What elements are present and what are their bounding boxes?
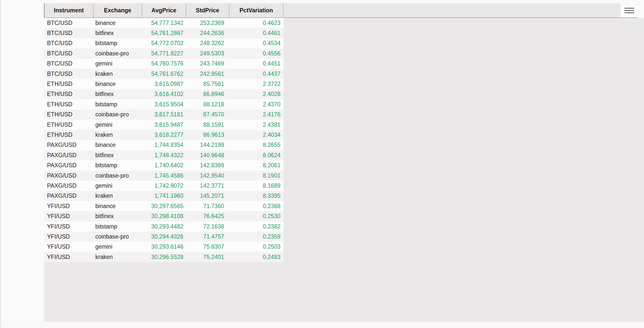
cell-pctvariation[interactable]: 2.3722 (229, 81, 284, 87)
cell-stdprice[interactable]: 142.3771 (186, 182, 229, 189)
cell-pctvariation[interactable]: 0.4461 (229, 30, 284, 37)
cell-avgprice[interactable]: 30,293.4482 (142, 223, 186, 230)
cell-avgprice[interactable]: 1,740.6402 (142, 162, 186, 169)
cell-instrument[interactable]: BTC/USD (44, 60, 94, 67)
cell-exchange[interactable]: bitstamp (94, 162, 142, 169)
cell-stdprice[interactable]: 244.2636 (186, 30, 229, 37)
cell-exchange[interactable]: bitfinex (94, 213, 142, 220)
cell-stdprice[interactable]: 72.1638 (186, 223, 229, 230)
cell-instrument[interactable]: PAXG/USD (44, 152, 94, 159)
cell-instrument[interactable]: ETH/USD (44, 91, 94, 97)
cell-pctvariation[interactable]: 8.2061 (229, 162, 284, 169)
cell-avgprice[interactable]: 30,293.6146 (142, 243, 186, 250)
cell-stdprice[interactable]: 253.2369 (186, 20, 229, 26)
cell-instrument[interactable]: ETH/USD (44, 121, 94, 128)
cell-pctvariation[interactable]: 2.4028 (229, 91, 284, 97)
cell-stdprice[interactable]: 86.8946 (186, 91, 229, 97)
cell-instrument[interactable]: YFI/USD (44, 213, 94, 220)
cell-instrument[interactable]: PAXG/USD (44, 162, 94, 169)
cell-pctvariation[interactable]: 0.2382 (229, 223, 284, 230)
cell-pctvariation[interactable]: 8.3395 (229, 192, 284, 199)
cell-instrument[interactable]: BTC/USD (44, 50, 94, 57)
cell-avgprice[interactable]: 1,744.8354 (142, 142, 186, 148)
cell-pctvariation[interactable]: 0.2483 (229, 254, 284, 260)
cell-stdprice[interactable]: 86.9613 (186, 132, 229, 138)
cell-instrument[interactable]: YFI/USD (44, 243, 94, 250)
cell-avgprice[interactable]: 54,772.0702 (142, 40, 186, 47)
cell-pctvariation[interactable]: 0.4534 (229, 40, 284, 47)
cell-pctvariation[interactable]: 2.4034 (229, 132, 284, 138)
cell-exchange[interactable]: bitstamp (94, 223, 142, 230)
cell-exchange[interactable]: coinbase-pro (94, 50, 142, 57)
cell-pctvariation[interactable]: 0.4437 (229, 71, 284, 77)
cell-pctvariation[interactable]: 8.2655 (229, 142, 284, 148)
cell-instrument[interactable]: ETH/USD (44, 81, 94, 87)
cell-exchange[interactable]: binance (94, 20, 142, 26)
cell-exchange[interactable]: binance (94, 81, 142, 87)
cell-stdprice[interactable]: 248.3262 (186, 40, 229, 47)
cell-pctvariation[interactable]: 8.1689 (229, 182, 284, 189)
cell-avgprice[interactable]: 54,761.6762 (142, 71, 186, 77)
cell-pctvariation[interactable]: 0.4451 (229, 60, 284, 67)
cell-exchange[interactable]: gemini (94, 182, 142, 189)
cell-exchange[interactable]: gemini (94, 60, 142, 67)
cell-exchange[interactable]: coinbase-pro (94, 172, 142, 179)
cell-pctvariation[interactable]: 0.2359 (229, 233, 284, 240)
cell-exchange[interactable]: kraken (94, 192, 142, 199)
cell-avgprice[interactable]: 30,298.4108 (142, 213, 186, 220)
cell-avgprice[interactable]: 54,761.2867 (142, 30, 186, 37)
cell-exchange[interactable]: coinbase-pro (94, 111, 142, 118)
cell-exchange[interactable]: gemini (94, 121, 142, 128)
cell-stdprice[interactable]: 249.5303 (186, 50, 229, 57)
cell-pctvariation[interactable]: 0.2503 (229, 243, 284, 250)
cell-exchange[interactable]: bitfinex (94, 152, 142, 159)
cell-stdprice[interactable]: 71.7360 (186, 203, 229, 210)
cell-avgprice[interactable]: 3,617.5181 (142, 111, 186, 118)
cell-avgprice[interactable]: 54,760.7576 (142, 60, 186, 67)
cell-pctvariation[interactable]: 2.4370 (229, 101, 284, 108)
cell-instrument[interactable]: ETH/USD (44, 132, 94, 138)
cell-stdprice[interactable]: 75.8307 (186, 243, 229, 250)
cell-avgprice[interactable]: 30,297.6565 (142, 203, 186, 210)
cell-instrument[interactable]: BTC/USD (44, 20, 94, 26)
cell-stdprice[interactable]: 142.9540 (186, 172, 229, 179)
cell-instrument[interactable]: YFI/USD (44, 233, 94, 240)
cell-pctvariation[interactable]: 0.4556 (229, 50, 284, 57)
cell-instrument[interactable]: BTC/USD (44, 40, 94, 47)
cell-instrument[interactable]: YFI/USD (44, 223, 94, 230)
cell-stdprice[interactable]: 242.9561 (186, 71, 229, 77)
cell-stdprice[interactable]: 75.2401 (186, 254, 229, 260)
cell-instrument[interactable]: PAXG/USD (44, 192, 94, 199)
cell-instrument[interactable]: BTC/USD (44, 71, 94, 77)
cell-pctvariation[interactable]: 0.2368 (229, 203, 284, 210)
cell-instrument[interactable]: PAXG/USD (44, 172, 94, 179)
cell-stdprice[interactable]: 88.1591 (186, 121, 229, 128)
cell-stdprice[interactable]: 88.1218 (186, 101, 229, 108)
cell-instrument[interactable]: ETH/USD (44, 101, 94, 108)
cell-stdprice[interactable]: 243.7469 (186, 60, 229, 67)
cell-exchange[interactable]: bitfinex (94, 91, 142, 97)
cell-avgprice[interactable]: 30,296.5528 (142, 254, 186, 260)
cell-avgprice[interactable]: 54,777.1342 (142, 20, 186, 26)
cell-stdprice[interactable]: 142.8389 (186, 162, 229, 169)
cell-stdprice[interactable]: 140.9648 (186, 152, 229, 159)
cell-instrument[interactable]: BTC/USD (44, 30, 94, 37)
cell-stdprice[interactable]: 87.4570 (186, 111, 229, 118)
cell-avgprice[interactable]: 3,615.9487 (142, 121, 186, 128)
cell-pctvariation[interactable]: 8.0624 (229, 152, 284, 159)
cell-stdprice[interactable]: 76.6425 (186, 213, 229, 220)
cell-exchange[interactable]: binance (94, 142, 142, 148)
cell-stdprice[interactable]: 144.2199 (186, 142, 229, 148)
cell-avgprice[interactable]: 3,616.4102 (142, 91, 186, 97)
cell-avgprice[interactable]: 54,771.8227 (142, 50, 186, 57)
cell-pctvariation[interactable]: 0.4623 (229, 20, 284, 26)
cell-exchange[interactable]: gemini (94, 243, 142, 250)
cell-avgprice[interactable]: 30,294.4326 (142, 233, 186, 240)
cell-avgprice[interactable]: 3,615.9504 (142, 101, 186, 108)
cell-stdprice[interactable]: 145.2071 (186, 192, 229, 199)
cell-pctvariation[interactable]: 2.4176 (229, 111, 284, 118)
cell-exchange[interactable]: binance (94, 203, 142, 210)
cell-instrument[interactable]: ETH/USD (44, 111, 94, 118)
cell-stdprice[interactable]: 71.4757 (186, 233, 229, 240)
cell-avgprice[interactable]: 1,742.9072 (142, 182, 186, 189)
